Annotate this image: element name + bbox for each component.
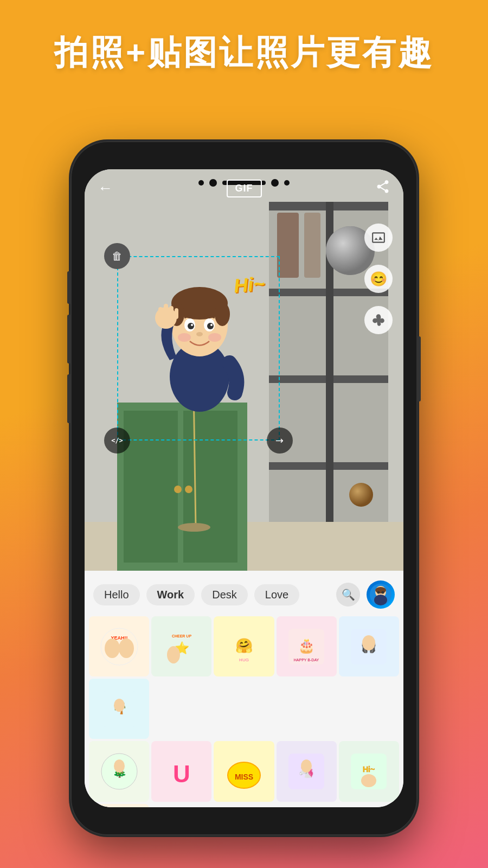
emoji-button[interactable]: 😊 xyxy=(364,265,393,293)
sticker-u[interactable]: U xyxy=(151,741,211,801)
sticker-grid: YEAH!! ✌ ✌ CHEER UP ⭐ xyxy=(85,616,403,739)
category-desk[interactable]: Desk xyxy=(201,584,248,605)
cartoon-character-sticker: Hi~ xyxy=(129,263,270,425)
sticker-unicorn[interactable]: 🦄 xyxy=(277,741,337,801)
phone-mockup: 😊 ← GIF 😊 xyxy=(70,141,418,835)
svg-point-11 xyxy=(174,486,182,493)
sticker-cheer2[interactable]: CHEER ⭐ xyxy=(89,804,149,807)
image-layer-button[interactable] xyxy=(364,224,393,252)
phone-btn-volume-up xyxy=(67,271,70,304)
svg-point-57 xyxy=(167,646,180,663)
camera-sidebar: 😊 xyxy=(364,224,393,334)
svg-point-36 xyxy=(208,333,221,342)
svg-point-12 xyxy=(185,486,192,493)
back-button[interactable]: ← xyxy=(98,180,113,197)
share-button[interactable] xyxy=(375,179,390,198)
svg-point-47 xyxy=(374,595,387,605)
phone-btn-volume-down xyxy=(67,315,70,363)
sticker-panel: Hello Work Desk Love 🔍 xyxy=(85,571,403,807)
svg-rect-18 xyxy=(277,213,299,278)
sticker-christmas[interactable]: 🎄 xyxy=(89,741,149,801)
sticker-dj[interactable]: 🎧 xyxy=(339,616,399,676)
hi-text-sticker: Hi~ xyxy=(233,272,265,298)
sticker-cheer-up[interactable]: CHEER UP ⭐ xyxy=(151,616,211,676)
phone-screen: 😊 ← GIF 😊 xyxy=(85,169,403,807)
svg-point-14 xyxy=(178,523,210,532)
avatar-icon xyxy=(367,580,395,609)
svg-point-79 xyxy=(301,760,312,773)
svg-rect-41 xyxy=(175,308,178,319)
sticker-delete-button[interactable]: 🗑 xyxy=(104,243,130,269)
phone-btn-power xyxy=(418,336,421,401)
svg-point-66 xyxy=(362,635,375,650)
svg-point-30 xyxy=(188,323,194,329)
svg-point-32 xyxy=(191,324,193,326)
category-love[interactable]: Love xyxy=(254,584,299,605)
camera-topbar: ← GIF xyxy=(85,169,403,207)
sticker-selection-box[interactable]: 🗑 </> ↗ Hi~ xyxy=(117,256,280,441)
search-button[interactable]: 🔍 xyxy=(336,583,360,607)
avatar-button[interactable] xyxy=(367,580,395,609)
svg-text:🤗: 🤗 xyxy=(235,637,253,654)
sticker-hi[interactable]: Hi~ xyxy=(339,741,399,801)
filter-button[interactable] xyxy=(364,306,393,334)
sticker-code-button[interactable]: </> xyxy=(104,427,130,454)
gif-badge[interactable]: GIF xyxy=(227,180,262,197)
svg-point-53 xyxy=(119,639,134,658)
sticker-hug[interactable]: 🤗 HUG xyxy=(214,616,274,676)
category-work[interactable]: Work xyxy=(146,584,195,605)
phone-btn-silent xyxy=(67,374,70,423)
sticker-yeah[interactable]: YEAH!! ✌ ✌ xyxy=(89,616,149,676)
cartoon-man-svg xyxy=(151,273,248,414)
sticker-grid-row2: 🎄 U MISS xyxy=(85,741,403,807)
svg-point-35 xyxy=(178,333,191,342)
svg-text:HAPPY B-DAY: HAPPY B-DAY xyxy=(294,658,319,662)
svg-point-52 xyxy=(105,639,120,658)
svg-point-46 xyxy=(382,591,384,594)
svg-rect-38 xyxy=(158,307,163,319)
page-title: 拍照+贴图让照片更有趣 xyxy=(0,33,488,73)
svg-point-44 xyxy=(375,587,386,593)
sticker-beach[interactable]: 🌴 xyxy=(89,679,149,739)
camera-view: 😊 ← GIF 😊 xyxy=(85,169,403,571)
svg-text:Hi~: Hi~ xyxy=(363,765,375,774)
svg-point-27 xyxy=(215,302,230,326)
svg-rect-40 xyxy=(169,306,174,319)
sticker-miss[interactable]: MISS xyxy=(214,741,274,801)
category-row: Hello Work Desk Love 🔍 xyxy=(85,571,403,616)
svg-rect-19 xyxy=(304,213,320,278)
svg-text:MISS: MISS xyxy=(235,773,253,781)
svg-text:CHEER UP: CHEER UP xyxy=(172,634,192,638)
svg-text:U: U xyxy=(173,761,190,787)
svg-rect-39 xyxy=(164,304,168,318)
svg-point-34 xyxy=(196,332,203,336)
svg-point-45 xyxy=(377,591,380,594)
svg-point-33 xyxy=(210,324,213,326)
category-hello[interactable]: Hello xyxy=(93,584,140,605)
svg-point-82 xyxy=(361,774,376,787)
svg-point-31 xyxy=(207,323,214,329)
svg-text:🎂: 🎂 xyxy=(298,637,316,654)
svg-point-69 xyxy=(114,699,125,712)
svg-text:HUG: HUG xyxy=(239,658,249,662)
svg-point-72 xyxy=(114,760,125,773)
sticker-birthday[interactable]: 🎂 HAPPY B-DAY xyxy=(277,616,337,676)
svg-point-17 xyxy=(349,483,373,507)
